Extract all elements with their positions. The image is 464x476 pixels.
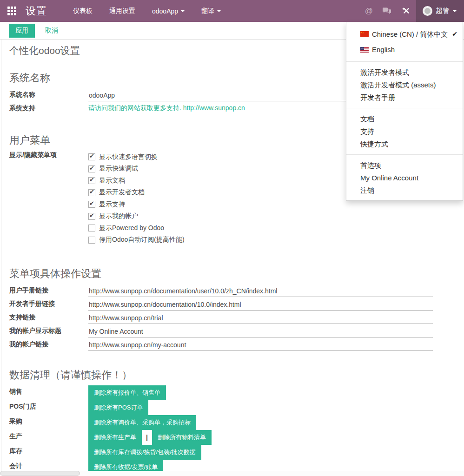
top-navbar: 设置 仪表板 通用设置 odooApp 翻译 @ 超管 (0, 0, 464, 22)
mentions-at-icon[interactable]: @ (360, 0, 378, 22)
delete-sales-orders-button[interactable]: 删除所有报价单、销售单 (88, 385, 166, 400)
menu-divider (346, 108, 463, 108)
my-account-link-input[interactable] (88, 341, 433, 351)
checkbox[interactable] (88, 177, 95, 184)
chevron-down-icon (181, 10, 185, 12)
checkbox-show-language-switch[interactable]: 显示快速多语言切换 (88, 151, 185, 163)
menu-item-my-online-account[interactable]: My Online Account (346, 172, 463, 184)
cleanup-row-purchase: 采购 删除所有询价单、采购单，采购招标 (9, 415, 457, 430)
menu-divider (346, 154, 463, 155)
menu-item-activate-developer-mode-assets[interactable]: 激活开发者模式 (assets) (346, 79, 463, 91)
field-label: POS门店 (9, 403, 88, 413)
horizontal-scrollbar[interactable] (0, 471, 464, 476)
field-label: 我的帐户链接 (9, 340, 88, 351)
checkbox-show-quick-debug[interactable]: 显示快速调试 (88, 163, 185, 175)
apply-button[interactable]: 应用 (9, 24, 35, 38)
delete-invoices-button[interactable]: 删除所有收据/发票/账单 (88, 460, 163, 471)
checkbox-disable-auto-subscribe[interactable]: 停用Odoo自动订阅(提高性能) (88, 234, 185, 246)
section-heading-menu-links: 菜单项具体操作设置 (9, 267, 457, 281)
checkbox-show-developer-doc[interactable]: 显示开发者文档 (88, 187, 185, 199)
us-flag-icon (360, 47, 369, 53)
menu-item-language-chinese[interactable]: Chinese (CN) / 简体中文 (346, 26, 463, 42)
menu-item-documentation[interactable]: 文档 (346, 112, 463, 125)
menu-item-logout[interactable]: 注销 (346, 184, 463, 197)
checkbox[interactable] (88, 153, 95, 160)
user-dropdown-menu: Chinese (CN) / 简体中文 English 激活开发者模式 激活开发… (346, 22, 463, 201)
cleanup-row-manufacturing: 生产 删除所有生产单 | 删除所有物料清单 (9, 430, 457, 445)
cleanup-row-inventory: 库存 删除所有库存调拨/拣货/包装/批次数据 (9, 445, 457, 460)
field-label: 采购 (9, 417, 88, 428)
menu-odooapp[interactable]: odooApp (144, 0, 193, 22)
checkbox[interactable] (88, 189, 95, 196)
avatar (423, 6, 432, 16)
menu-item-language-english[interactable]: English (346, 42, 463, 57)
field-label: 显示/隐藏菜单项 (9, 151, 88, 246)
user-manual-link-input[interactable] (88, 287, 433, 297)
app-title: 设置 (23, 4, 52, 18)
checkbox[interactable] (88, 225, 95, 231)
user-menu-button[interactable]: 超管 (416, 0, 464, 22)
checkbox-show-support[interactable]: 显示支持 (88, 198, 185, 211)
menu-item-activate-developer-mode[interactable]: 激活开发者模式 (346, 66, 463, 79)
selected-check-icon (451, 29, 457, 39)
menu-divider (346, 61, 463, 62)
delete-production-orders-button[interactable]: 删除所有生产单 (88, 430, 142, 445)
debug-tools-button[interactable] (396, 0, 416, 22)
checkbox[interactable] (88, 165, 95, 172)
user-name: 超管 (436, 7, 450, 15)
scrollbar-thumb[interactable] (0, 471, 80, 476)
field-label: 库存 (9, 447, 88, 458)
main-menu: 仪表板 通用设置 odooApp 翻译 (65, 0, 229, 22)
delete-inventory-data-button[interactable]: 删除所有库存调拨/拣货/包装/批次数据 (88, 445, 201, 460)
menu-item-shortcuts[interactable]: 快捷方式 (346, 138, 463, 150)
checkbox-show-documentation[interactable]: 显示文档 (88, 175, 185, 187)
field-label: 系统支持 (9, 104, 88, 115)
wrench-screwdriver-icon (402, 7, 410, 15)
delete-purchase-orders-button[interactable]: 删除所有询价单、采购单，采购招标 (88, 415, 196, 430)
delete-pos-orders-button[interactable]: 删除所有POS订单 (88, 400, 148, 415)
field-label: 开发者手册链接 (9, 300, 88, 311)
menu-item-developer-manual[interactable]: 开发者手册 (346, 91, 463, 104)
apps-grid-icon (7, 7, 16, 15)
cleanup-row-accounting: 会计 删除所有收据/发票/账单 (9, 460, 457, 471)
section-heading-data-cleanup: 数据清理（请谨慎操作！） (9, 368, 457, 382)
field-label: 会计 (9, 462, 88, 472)
delete-bom-button[interactable]: 删除所有物料清单 (152, 430, 212, 445)
cn-flag-icon (360, 31, 369, 37)
checkbox-list: 显示快速多语言切换 显示快速调试 显示文档 显示开发者文档 显示支持 显示我的帐… (88, 151, 185, 246)
developer-manual-link-input[interactable] (88, 301, 433, 311)
my-account-title-input[interactable] (88, 328, 433, 337)
chevron-down-icon (217, 10, 221, 12)
checkbox-show-my-account[interactable]: 显示我的帐户 (88, 211, 185, 223)
menu-item-preferences[interactable]: 首选项 (346, 159, 463, 172)
menu-translate[interactable]: 翻译 (193, 0, 229, 22)
field-label: 销售 (9, 388, 88, 398)
field-row-developer-manual-link: 开发者手册链接 (9, 297, 457, 311)
menu-item-support[interactable]: 支持 (346, 125, 463, 138)
field-row-user-manual-link: 用户手册链接 (9, 284, 457, 297)
checkbox-show-powered-by-odoo[interactable]: 显示Powered by Odoo (88, 222, 185, 234)
field-label: 我的帐户显示标题 (9, 327, 88, 337)
cleanup-row-pos: POS门店 删除所有POS订单 (9, 400, 457, 415)
support-website-link[interactable]: 请访问我们的网站获取更多支持. http://www.sunpop.cn (88, 104, 245, 115)
checkbox[interactable] (88, 237, 95, 244)
cancel-link[interactable]: 取消 (45, 26, 58, 35)
field-label: 用户手册链接 (9, 286, 88, 297)
field-label: 系统名称 (9, 91, 88, 101)
cleanup-row-sales: 销售 删除所有报价单、销售单 (9, 385, 457, 400)
chevron-down-icon (453, 10, 457, 12)
support-link-input[interactable] (88, 314, 433, 324)
chat-bubbles-icon (382, 7, 391, 15)
apps-menu-button[interactable] (0, 0, 23, 22)
field-row-support-link: 支持链接 (9, 311, 457, 324)
field-label: 支持链接 (9, 313, 88, 324)
checkbox[interactable] (88, 213, 95, 220)
checkbox[interactable] (88, 201, 95, 208)
menu-dashboard[interactable]: 仪表板 (65, 0, 101, 22)
messages-chat-icon[interactable] (378, 0, 396, 22)
field-label: 生产 (9, 432, 88, 443)
field-row-my-account-link: 我的帐户链接 (9, 337, 457, 351)
menu-general-settings[interactable]: 通用设置 (101, 0, 144, 22)
button-separator: | (142, 434, 152, 441)
field-row-my-account-title: 我的帐户显示标题 (9, 324, 457, 337)
